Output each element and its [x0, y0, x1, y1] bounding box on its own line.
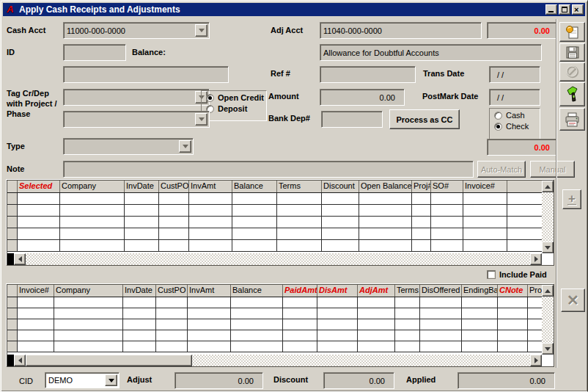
row-selector-cell[interactable] — [7, 330, 18, 341]
add-row-button[interactable]: + — [562, 189, 581, 209]
grid-cell[interactable] — [528, 341, 542, 352]
grid-cell[interactable] — [359, 240, 412, 251]
grid-cell[interactable] — [277, 205, 322, 216]
grid-cell[interactable] — [125, 228, 159, 239]
grid-cell[interactable] — [395, 308, 420, 319]
grid-cell[interactable] — [395, 297, 420, 308]
grid-cell[interactable] — [420, 341, 462, 352]
grid-row[interactable] — [7, 341, 542, 352]
grid-cell[interactable] — [317, 341, 358, 352]
scroll-up-button[interactable] — [542, 181, 554, 192]
grid-cell[interactable] — [283, 308, 317, 319]
type-combo[interactable] — [63, 138, 194, 155]
grid-cell[interactable] — [159, 228, 189, 239]
delete-row-button[interactable]: ✕ — [561, 288, 585, 312]
horizontal-scrollbar[interactable] — [7, 355, 542, 366]
grid-cell[interactable] — [60, 228, 125, 239]
scroll-left-button[interactable] — [14, 355, 26, 366]
scroll-track[interactable] — [542, 192, 554, 242]
grid-cell[interactable] — [18, 193, 60, 204]
grid-cell[interactable] — [231, 330, 283, 341]
grid-cell[interactable] — [123, 297, 156, 308]
grid-cell[interactable] — [322, 205, 359, 216]
grid-row[interactable] — [7, 205, 542, 217]
close-button[interactable]: × — [572, 4, 584, 15]
grid-cell[interactable] — [231, 341, 283, 352]
grid-cell[interactable] — [412, 205, 431, 216]
grid-cell[interactable] — [231, 297, 283, 308]
grid-cell[interactable] — [18, 217, 60, 228]
grid-cell[interactable] — [277, 193, 322, 204]
grid-cell[interactable] — [18, 308, 54, 319]
grid-cell[interactable] — [412, 217, 431, 228]
grid-cell[interactable] — [54, 308, 123, 319]
adj-acct-field[interactable]: 11040-000-0000 — [320, 22, 482, 39]
grid-cell[interactable] — [18, 319, 54, 330]
manual-button[interactable]: Manual — [530, 161, 575, 178]
grid-cell[interactable] — [317, 319, 358, 330]
grid-cell[interactable] — [54, 341, 123, 352]
grid-cell[interactable] — [420, 330, 462, 341]
scroll-track[interactable] — [26, 253, 530, 265]
grid-cell[interactable] — [54, 297, 123, 308]
grid-cell[interactable] — [431, 217, 463, 228]
row-selector-cell[interactable] — [7, 228, 18, 239]
grid-cell[interactable] — [156, 319, 188, 330]
grid-cell[interactable] — [528, 308, 542, 319]
grid-cell[interactable] — [188, 319, 231, 330]
grid-cell[interactable] — [156, 308, 188, 319]
deposit-radio[interactable]: Deposit — [206, 104, 266, 113]
scroll-up-button[interactable] — [542, 285, 554, 297]
grid-cell[interactable] — [189, 217, 232, 228]
grid-cell[interactable] — [463, 228, 507, 239]
grid-cell[interactable] — [358, 308, 395, 319]
grid-row[interactable] — [7, 217, 542, 228]
cash-radio[interactable]: Cash — [494, 111, 540, 120]
scroll-track[interactable] — [26, 355, 530, 366]
grid-cell[interactable] — [60, 205, 125, 216]
grid-cell[interactable] — [420, 297, 462, 308]
grid-cell[interactable] — [528, 297, 542, 308]
grid-cell[interactable] — [159, 193, 189, 204]
grid-cell[interactable] — [462, 330, 498, 341]
grid-cell[interactable] — [358, 341, 395, 352]
grid-cell[interactable] — [277, 240, 322, 251]
check-radio[interactable]: Check — [494, 122, 540, 131]
grid-cell[interactable] — [18, 205, 60, 216]
scroll-left-button[interactable] — [14, 253, 26, 265]
grid-cell[interactable] — [358, 297, 395, 308]
row-selector-cell[interactable] — [7, 319, 18, 330]
grid-cell[interactable] — [358, 330, 395, 341]
open-credit-radio[interactable]: Open Credit — [206, 93, 266, 102]
grid-cell[interactable] — [123, 330, 156, 341]
grid-cell[interactable] — [54, 319, 123, 330]
grid-cell[interactable] — [498, 330, 528, 341]
grid-cell[interactable] — [232, 217, 277, 228]
grid-cell[interactable] — [123, 319, 156, 330]
grid-cell[interactable] — [359, 193, 412, 204]
grid-cell[interactable] — [232, 193, 277, 204]
grid-cell[interactable] — [528, 330, 542, 341]
maximize-button[interactable] — [559, 4, 570, 15]
scroll-down-button[interactable] — [542, 242, 554, 253]
grid-cell[interactable] — [283, 319, 317, 330]
grid-row[interactable] — [7, 193, 542, 205]
grid-cell[interactable] — [54, 330, 123, 341]
include-paid-checkbox[interactable]: Include Paid — [487, 270, 547, 279]
scroll-track[interactable] — [542, 297, 554, 343]
trans-date-field[interactable]: / / — [489, 66, 540, 83]
grid-cell[interactable] — [231, 319, 283, 330]
phase-combo[interactable] — [63, 111, 210, 128]
hammer-button[interactable] — [559, 82, 585, 106]
grid-cell[interactable] — [431, 240, 463, 251]
chevron-down-icon[interactable] — [195, 113, 207, 126]
ref-field[interactable] — [320, 66, 416, 83]
save-button[interactable] — [559, 43, 585, 62]
grid-cell[interactable] — [463, 205, 507, 216]
grid-cell[interactable] — [156, 341, 188, 352]
grid-cell[interactable] — [322, 240, 359, 251]
print-button[interactable] — [559, 108, 585, 131]
grid-cell[interactable] — [125, 217, 159, 228]
grid-cell[interactable] — [188, 341, 231, 352]
grid-cell[interactable] — [395, 319, 420, 330]
